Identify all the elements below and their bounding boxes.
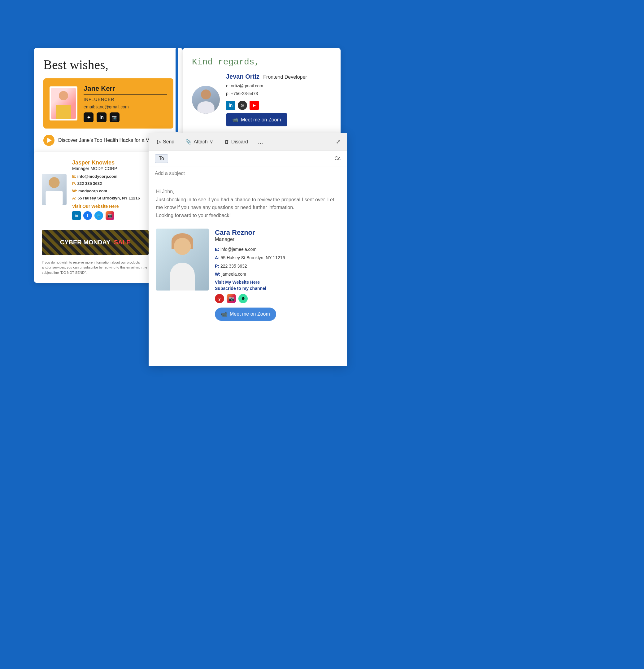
cyber-monday-banner: CYBER MONDAY SALE <box>42 230 148 255</box>
jasper-knowles-name: Jasper Knowles <box>72 159 148 166</box>
jane-kerr-name: Jane Kerr <box>84 85 167 92</box>
zoom-button-jevan[interactable]: 📹 Meet me on Zoom <box>226 113 287 126</box>
twitter-icon[interactable]: ✦ <box>84 112 94 122</box>
jane-kerr-photo <box>49 86 77 120</box>
email-to-row[interactable]: To Cc <box>148 151 347 167</box>
expand-icon: ⤢ <box>336 139 341 145</box>
unsubscribe-text: If you do not wish to receive more infor… <box>42 260 148 275</box>
jevan-social-icons: in ⊙ ▶ <box>226 101 331 110</box>
card-top-right: Kind regards, Jevan Ortiz Frontend Devel… <box>183 48 341 136</box>
email-subject-row[interactable] <box>148 167 347 180</box>
email-body: Hi John, Just checking in to see if you … <box>148 180 347 366</box>
email-body-text: Hi John, Just checking in to see if you … <box>156 188 339 219</box>
zoom-button-label: Meet me on Zoom <box>241 117 281 123</box>
zoom-camera-icon-cara: 📹 <box>221 311 227 317</box>
blue-divider <box>175 48 178 132</box>
jane-kerr-social: ✦ in 📷 <box>84 112 167 122</box>
jasper-knowles-photo <box>42 174 67 205</box>
jane-kerr-email: email: jane@gmail.com <box>84 104 167 109</box>
signature-box-yellow: Jane Kerr INFLUENCER email: jane@gmail.c… <box>43 79 173 129</box>
instagram-icon-cara[interactable]: 📷 <box>227 294 236 303</box>
zoom-button-cara[interactable]: 📹 Meet me on Zoom <box>215 308 276 321</box>
yelp-icon[interactable]: y <box>215 294 224 303</box>
subject-input[interactable] <box>155 171 341 176</box>
send-button[interactable]: ▷ Send <box>155 138 177 146</box>
instagram-icon[interactable]: 📷 <box>110 112 119 122</box>
cyber-word1: CYBER MONDAY <box>60 239 111 246</box>
facebook-icon-jasper[interactable]: f <box>83 211 92 220</box>
greeting-top-right: Kind regards, <box>192 57 331 67</box>
jevan-ortiz-contact: e: ortiz@gmail.com p: +756-23-5473 <box>226 82 331 98</box>
cara-reznor-details: Cara Reznor Manager E: info@jameela.com … <box>215 229 339 321</box>
to-input[interactable] <box>172 156 331 161</box>
zoom-camera-icon: 📹 <box>232 117 239 123</box>
jevan-ortiz-role: Frontend Developer <box>263 74 307 80</box>
linkedin-icon[interactable]: in <box>226 101 235 110</box>
attach-button[interactable]: 📎 Attach ∨ <box>183 138 215 146</box>
twitter-icon-jasper[interactable]: 🐦 <box>95 211 103 220</box>
jasper-knowles-info: Jasper Knowles Manager MODY CORP E: info… <box>72 159 148 220</box>
cara-reznor-signature: Cara Reznor Manager E: info@jameela.com … <box>156 229 339 321</box>
github-icon[interactable]: ⊙ <box>238 101 247 110</box>
jasper-website-link[interactable]: Visit Our Website Here <box>72 204 148 209</box>
email-compose-panel: ▷ Send 📎 Attach ∨ 🗑 Discard ... ⤢ To Cc … <box>148 133 347 366</box>
zoom-button-label-cara: Meet me on Zoom <box>230 311 270 317</box>
linkedin-icon-jasper[interactable]: in <box>72 211 81 220</box>
card-bottom-left: Jasper Knowles Manager MODY CORP E: info… <box>34 152 156 283</box>
jevan-ortiz-photo <box>192 86 220 114</box>
to-badge: To <box>155 154 168 163</box>
jasper-knowles-title: Manager MODY CORP <box>72 166 148 171</box>
discard-icon: 🗑 <box>225 139 229 145</box>
attach-chevron-icon: ∨ <box>210 139 213 145</box>
send-icon: ▷ <box>157 139 161 145</box>
jevan-sig-row: Jevan Ortiz Frontend Developer e: ortiz@… <box>192 73 331 126</box>
jane-kerr-info: Jane Kerr INFLUENCER email: jane@gmail.c… <box>84 85 167 122</box>
jasper-knowles-contact: E: info@modycorp.com P: 222 335 3632 W: … <box>72 173 148 202</box>
greeting-top-left: Best wishes, <box>43 57 173 72</box>
cyber-word2: SALE <box>114 239 130 246</box>
promo-text: Discover Jane's Top Health Hacks for a V… <box>58 138 153 143</box>
play-button[interactable] <box>43 135 55 146</box>
discard-button[interactable]: 🗑 Discard <box>222 138 251 146</box>
cara-website-link[interactable]: Visit My Website Here <box>215 280 339 285</box>
cc-link[interactable]: Cc <box>334 156 341 161</box>
jasper-sig-row: Jasper Knowles Manager MODY CORP E: info… <box>42 159 148 225</box>
instagram-icon-jasper[interactable]: 📷 <box>105 211 114 220</box>
jane-kerr-title: INFLUENCER <box>84 97 167 102</box>
cara-reznor-contact: E: info@jameela.com A: 55 Halsey St Broo… <box>215 245 339 278</box>
more-options-button[interactable]: ... <box>257 137 264 146</box>
cara-social-icons: y 📷 ⊕ <box>215 294 339 303</box>
attach-label: Attach <box>194 139 207 145</box>
jevan-ortiz-details: Jevan Ortiz Frontend Developer e: ortiz@… <box>226 73 331 126</box>
cara-subscribe-link[interactable]: Subscride to my channel <box>215 286 339 291</box>
email-toolbar: ▷ Send 📎 Attach ∨ 🗑 Discard ... ⤢ <box>148 133 347 151</box>
tripadvisor-icon[interactable]: ⊕ <box>239 294 248 303</box>
cara-reznor-photo <box>156 229 209 290</box>
jevan-ortiz-name: Jevan Ortiz <box>226 73 259 80</box>
jasper-social-icons: in f 🐦 📷 <box>72 211 148 220</box>
attach-icon: 📎 <box>185 139 192 145</box>
send-label: Send <box>163 139 174 145</box>
cara-reznor-role: Manager <box>215 237 339 242</box>
linkedin-icon[interactable]: in <box>97 112 106 122</box>
cara-reznor-name: Cara Reznor <box>215 229 339 237</box>
youtube-icon[interactable]: ▶ <box>249 101 259 110</box>
discard-label: Discard <box>231 139 248 145</box>
